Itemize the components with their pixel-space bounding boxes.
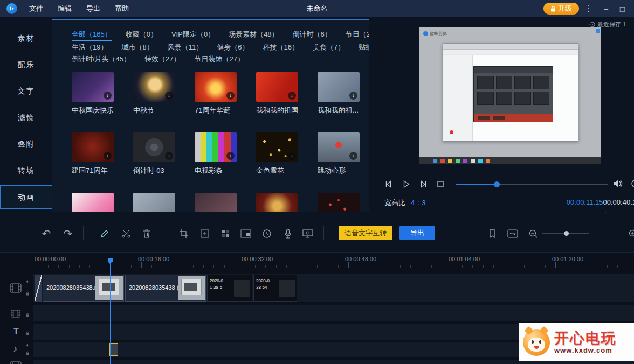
asset-thumbnail[interactable]: ↓ — [318, 132, 360, 162]
asset-card[interactable]: ↓中秋国庆快乐 — [72, 72, 133, 115]
asset-thumbnail[interactable]: ↓ — [318, 193, 360, 212]
zoom-level-slider[interactable] — [542, 233, 589, 234]
seek-slider[interactable] — [456, 184, 608, 185]
audio-clip[interactable] — [109, 343, 118, 356]
sidebar-item-text[interactable]: 文字 — [0, 78, 52, 104]
library-tab[interactable]: 特效（27） — [144, 53, 180, 65]
asset-thumbnail[interactable]: ↓ — [133, 132, 175, 162]
zoom-out-icon[interactable] — [528, 228, 539, 239]
next-frame-button[interactable] — [418, 179, 429, 190]
previous-frame-button[interactable] — [384, 179, 395, 190]
library-tab[interactable]: 倒计时（6） — [293, 29, 332, 41]
voiceover-mic-icon[interactable] — [282, 228, 293, 239]
sidebar-item-overlay[interactable]: 叠附 — [0, 131, 52, 157]
download-icon[interactable]: ↓ — [226, 152, 235, 160]
download-icon[interactable]: ↓ — [165, 92, 173, 100]
speech-text-button[interactable]: 语音文字互转 — [339, 226, 392, 240]
sidebar-item-transition[interactable]: 转场 — [0, 157, 52, 184]
fit-timeline-icon[interactable] — [507, 228, 518, 239]
asset-card[interactable]: ↓ — [318, 193, 369, 212]
library-tab[interactable]: 节日（20） — [346, 29, 369, 41]
upgrade-button[interactable]: 升级 — [543, 3, 579, 15]
mute-icon[interactable] — [25, 343, 30, 347]
asset-card[interactable]: ↓建国71周年 — [72, 132, 133, 175]
library-tab-all[interactable]: 全部（165） — [72, 29, 112, 41]
redo-icon[interactable]: ↷ — [63, 228, 73, 239]
library-tab[interactable]: 美食（7） — [313, 41, 344, 53]
asset-card[interactable]: ↓71周年华诞 — [195, 72, 256, 115]
video-clip-2[interactable]: 20200828035438 (1).m... — [125, 275, 206, 302]
zoom-slider-thumb[interactable] — [564, 231, 569, 236]
screen-record-icon[interactable] — [302, 228, 313, 239]
menu-file[interactable]: 文件 — [29, 4, 43, 13]
asset-card[interactable]: ↓ — [195, 193, 256, 212]
mute-icon[interactable] — [25, 279, 30, 284]
library-tab[interactable]: 健身（6） — [217, 41, 249, 53]
more-menu-icon[interactable]: ⋮ — [584, 4, 592, 13]
playhead-handle[interactable] — [108, 258, 113, 262]
download-icon[interactable]: ↓ — [104, 152, 112, 160]
asset-card[interactable]: ↓中秋节 — [133, 72, 195, 115]
menu-export[interactable]: 导出 — [86, 4, 100, 13]
zoom-in-icon[interactable] — [628, 228, 634, 239]
asset-thumbnail[interactable]: ↓ — [195, 72, 237, 102]
download-icon[interactable]: ↓ — [349, 152, 357, 160]
edit-clip-icon[interactable] — [99, 228, 110, 239]
library-tab[interactable]: 城市（8） — [121, 41, 153, 53]
download-icon[interactable]: ↓ — [104, 92, 112, 100]
asset-thumbnail[interactable]: ↓ — [195, 193, 237, 212]
sidebar-item-music[interactable]: 配乐 — [0, 52, 52, 78]
asset-card[interactable]: ↓我和我的祖国 — [256, 72, 318, 115]
download-icon[interactable]: ↓ — [226, 92, 235, 100]
asset-card[interactable]: ↓我和我的祖... — [318, 72, 369, 115]
video-clip-4[interactable]: 2020-0 38-54 — [253, 275, 297, 302]
asset-thumbnail[interactable]: ↓ — [72, 132, 114, 162]
library-tab[interactable]: 倒计时/片头（45） — [72, 53, 130, 65]
preview-canvas[interactable]: 蜜蜂剪辑 — [419, 27, 601, 164]
audio-device-icon[interactable] — [630, 179, 634, 188]
app-logo-icon[interactable] — [6, 3, 17, 14]
video-clip-1[interactable]: 20200828035438.mp4 — [43, 275, 124, 302]
library-tab[interactable]: 风景（11） — [168, 41, 203, 53]
video-track-2[interactable] — [33, 305, 634, 321]
selection-handle[interactable] — [596, 29, 600, 33]
asset-thumbnail[interactable]: ↓ — [72, 193, 114, 212]
download-icon[interactable]: ↓ — [288, 152, 296, 160]
asset-card[interactable]: ↓ — [133, 193, 195, 212]
marker-icon[interactable] — [487, 228, 498, 239]
volume-icon[interactable] — [612, 179, 623, 188]
download-icon[interactable]: ↓ — [165, 152, 173, 160]
asset-thumbnail[interactable]: ↓ — [318, 72, 360, 102]
library-tab[interactable]: 节日装饰（27） — [195, 53, 244, 65]
lock-icon[interactable] — [25, 351, 30, 355]
minimize-icon[interactable]: − — [604, 4, 609, 13]
sidebar-item-animation[interactable]: 动画 — [0, 185, 52, 209]
library-tab[interactable]: 收藏（0） — [126, 29, 157, 41]
lock-icon[interactable] — [25, 331, 30, 335]
canvas-size-icon[interactable] — [199, 228, 210, 239]
clip-stub[interactable] — [35, 275, 42, 302]
timeline-ruler[interactable] — [33, 262, 634, 268]
asset-thumbnail[interactable]: ↓ — [133, 193, 175, 212]
pip-icon[interactable] — [240, 228, 251, 239]
lock-icon[interactable] — [25, 291, 30, 296]
asset-card[interactable]: ↓金色雪花 — [256, 132, 318, 175]
duration-clock-icon[interactable] — [261, 228, 272, 239]
lock-icon[interactable] — [25, 313, 30, 317]
library-tab[interactable]: 贴纸（18） — [359, 41, 369, 53]
menu-help[interactable]: 帮助 — [115, 4, 129, 13]
undo-icon[interactable]: ↶ — [41, 228, 52, 239]
asset-card[interactable]: ↓ — [256, 193, 318, 212]
asset-card[interactable]: ↓跳动心形 — [318, 132, 369, 175]
video-clip-3[interactable]: 2020-0 1-38-5 — [207, 275, 252, 302]
asset-thumbnail[interactable]: ↓ — [256, 193, 298, 212]
download-icon[interactable]: ↓ — [288, 92, 296, 100]
asset-thumbnail[interactable]: ↓ — [72, 72, 114, 102]
stop-button[interactable] — [436, 179, 446, 190]
seek-thumb[interactable] — [494, 181, 500, 187]
asset-card[interactable]: ↓电视彩条 — [195, 132, 256, 175]
asset-thumbnail[interactable]: ↓ — [133, 72, 175, 102]
export-button[interactable]: 导出 — [399, 226, 435, 240]
sidebar-item-filter[interactable]: 滤镜 — [0, 104, 52, 131]
split-scissors-icon[interactable] — [121, 228, 132, 239]
